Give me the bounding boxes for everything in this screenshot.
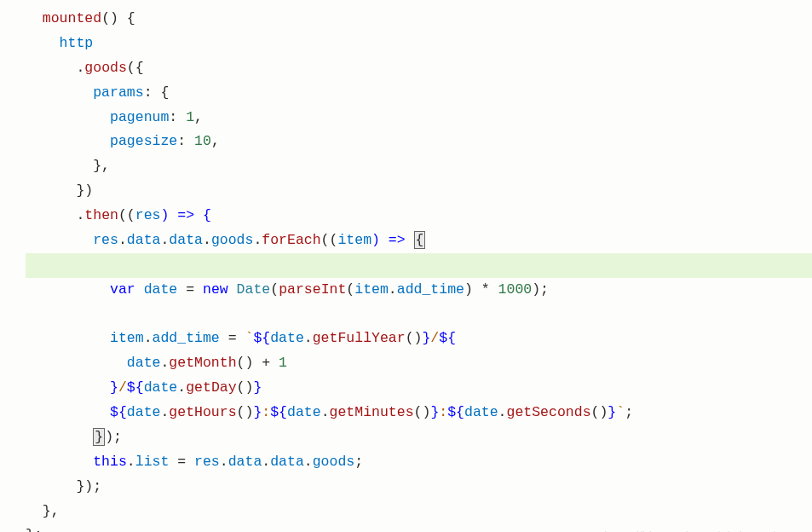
line-2: http — [26, 35, 93, 51]
method-gethours: getHours — [169, 404, 236, 420]
param-res: res — [135, 207, 161, 223]
method-goods: goods — [84, 60, 127, 76]
fn-parseint: parseInt — [279, 281, 346, 298]
line-6: pagesize: 10, — [26, 133, 220, 149]
line-9: .then((res) => { — [26, 207, 211, 223]
method-getmonth: getMonth — [169, 355, 236, 371]
line-7: }, — [26, 158, 110, 174]
param-item: item — [337, 232, 371, 248]
key-params: params — [93, 84, 143, 101]
method-then: then — [84, 207, 118, 223]
keyword-this: this — [93, 454, 127, 470]
watermark: https://blog.csdn.net/ZiChen_Jiang — [604, 526, 797, 532]
line-16: }/${date.getDay()} — [26, 379, 262, 396]
keyword-var: var — [110, 281, 135, 298]
line-10: res.data.data.goods.forEach((item) => { — [26, 231, 425, 249]
matching-brace-highlight: } — [93, 428, 105, 446]
line-18: }); — [26, 428, 122, 446]
line-22: }; — [26, 527, 43, 532]
highlighted-line — [26, 253, 812, 278]
line-20: }); — [26, 478, 101, 494]
line-15: date.getMonth() + 1 — [26, 355, 287, 371]
code-block: mounted() { http .goods({ params: { page… — [26, 7, 812, 532]
line-4: params: { — [26, 84, 169, 101]
line-17: ${date.getHours()}:${date.getMinutes()}:… — [26, 404, 633, 420]
line-3: .goods({ — [26, 60, 144, 76]
method-getfullyear: getFullYear — [313, 330, 406, 346]
line-8: }) — [26, 182, 93, 199]
template-string: ` — [245, 330, 253, 346]
line-13 — [26, 306, 34, 322]
method-getminutes: getMinutes — [330, 404, 414, 420]
keyword-new: new — [203, 281, 228, 298]
number-literal: 1 — [186, 109, 194, 125]
identifier-http: http — [60, 35, 94, 51]
line-12: var date = new Date(parseInt(item.add_ti… — [26, 281, 549, 298]
method-getday: getDay — [186, 379, 236, 396]
number-literal: 1000 — [498, 281, 533, 298]
number-literal: 10 — [194, 133, 211, 149]
line-19: this.list = res.data.data.goods; — [26, 454, 363, 470]
key-pagesize: pagesize — [110, 133, 177, 149]
line-14: item.add_time = `${date.getFullYear()}/$… — [26, 330, 456, 346]
method-foreach: forEach — [262, 232, 320, 248]
method-getseconds: getSeconds — [507, 404, 591, 420]
var-date: date — [144, 281, 178, 298]
class-date: Date — [237, 281, 271, 298]
line-1: mounted() { — [26, 10, 135, 26]
method-name: mounted — [43, 10, 101, 26]
line-5: pagenum: 1, — [26, 109, 203, 125]
key-pagenum: pagenum — [110, 109, 169, 125]
line-21: }, — [26, 503, 60, 519]
matching-brace-highlight: { — [414, 231, 426, 249]
